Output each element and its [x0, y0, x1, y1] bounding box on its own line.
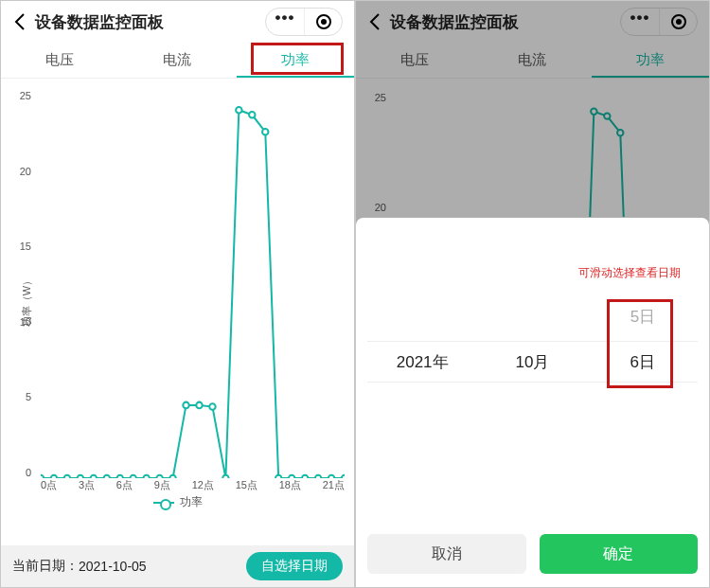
- date-picker[interactable]: 5日 2021年 10月 6日: [367, 341, 698, 383]
- page-title: 设备数据监控面板: [35, 11, 265, 33]
- confirm-button[interactable]: 确定: [540, 534, 699, 574]
- y-tick: 20: [9, 166, 31, 177]
- x-tick: 3点: [79, 478, 95, 492]
- line-chart-svg: [41, 90, 345, 478]
- svg-point-11: [183, 402, 188, 409]
- svg-point-13: [209, 403, 215, 410]
- x-tick: 6点: [116, 478, 133, 492]
- cancel-button[interactable]: 取消: [367, 534, 526, 574]
- tab-voltage[interactable]: 电压: [1, 43, 118, 78]
- chevron-left-icon: [14, 13, 26, 30]
- target-icon: [316, 14, 331, 29]
- sheet-buttons: 取消 确定: [367, 534, 698, 574]
- x-tick: 0点: [41, 478, 57, 492]
- menu-dots-icon: •••: [275, 9, 295, 27]
- chart-plot[interactable]: [41, 90, 345, 478]
- menu-button[interactable]: •••: [266, 9, 304, 35]
- y-tick: 10: [9, 316, 31, 328]
- tab-underline: [237, 76, 354, 78]
- x-tick: 21点: [323, 478, 345, 492]
- tabs: 电压 电流 功率: [1, 43, 354, 79]
- right-screen: 设备数据监控面板 ••• 电压 电流 功率 25 20 可滑动选择查看日期: [355, 0, 710, 588]
- picker-hint: 可滑动选择查看日期: [578, 265, 681, 281]
- y-tick: 0: [9, 467, 31, 478]
- header: 设备数据监控面板 •••: [1, 1, 354, 43]
- x-tick: 9点: [154, 478, 170, 492]
- footer: 当前日期： 2021-10-05 自选择日期: [1, 545, 354, 587]
- miniprogram-capsule: •••: [265, 8, 343, 36]
- current-date-value: 2021-10-05: [79, 559, 147, 574]
- tab-current[interactable]: 电流: [118, 43, 236, 78]
- chart-legend: 功率: [1, 494, 354, 510]
- x-tick: 18点: [279, 478, 301, 492]
- current-date-label: 当前日期：: [12, 558, 79, 575]
- date-picker-sheet: 可滑动选择查看日期 5日 2021年 10月 6日 取消 确定: [356, 218, 709, 587]
- y-tick: 5: [9, 391, 31, 402]
- legend-marker-icon: [153, 498, 174, 508]
- x-axis-ticks: 0点 3点 6点 9点 12点 15点 18点 21点: [41, 478, 345, 492]
- x-tick: 15点: [236, 478, 257, 492]
- picker-month[interactable]: 10月: [477, 351, 587, 373]
- legend-label: 功率: [180, 494, 203, 510]
- picker-year[interactable]: 2021年: [367, 351, 477, 373]
- svg-point-16: [249, 112, 255, 118]
- svg-point-17: [262, 129, 268, 135]
- y-tick: 15: [9, 241, 31, 252]
- tab-power[interactable]: 功率: [237, 43, 354, 78]
- y-tick: 25: [9, 90, 31, 101]
- svg-point-15: [236, 107, 241, 114]
- left-screen: 设备数据监控面板 ••• 电压 电流 功率 功率（W） 25 20 15 10 …: [0, 0, 355, 588]
- y-axis-ticks: 25 20 15 10 5 0: [9, 90, 31, 478]
- chart-area: 功率（W） 25 20 15 10 5 0 0点 3点 6点 9点 12点 15…: [1, 79, 354, 524]
- picker-day-prev[interactable]: 5日: [588, 306, 698, 328]
- pick-date-button[interactable]: 自选择日期: [246, 552, 343, 580]
- back-button[interactable]: [9, 10, 31, 33]
- picker-day[interactable]: 6日: [588, 351, 698, 373]
- x-tick: 12点: [192, 478, 214, 492]
- svg-point-12: [196, 402, 202, 409]
- close-button[interactable]: [304, 9, 342, 35]
